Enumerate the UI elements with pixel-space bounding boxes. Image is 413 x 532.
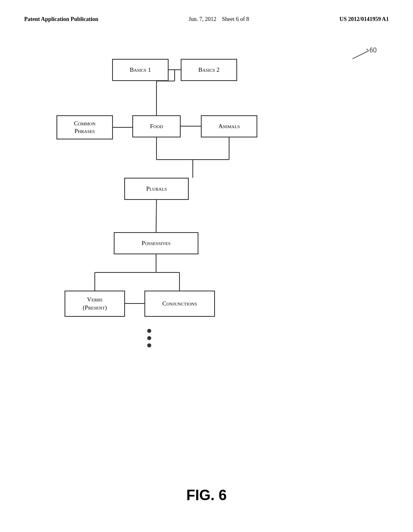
fig-label: FIG. 6 [0, 487, 413, 504]
node-verbs-label: Verbs(Present) [83, 296, 107, 312]
svg-text:600: 600 [369, 47, 377, 54]
dot-3 [147, 343, 151, 347]
header-center: Jun. 7, 2012 Sheet 6 of 8 [189, 16, 249, 23]
node-possessives: Possessives [114, 232, 198, 254]
node-food-label: Food [150, 123, 163, 131]
node-conjunctions-label: Conjunctions [163, 300, 197, 308]
svg-line-17 [353, 51, 369, 59]
node-basics1: Basics 1 [112, 59, 169, 81]
diagram-area: 600 Basics 1 Basics 2 CommonPhrases Food… [24, 35, 389, 397]
header: Patent Application Publication Jun. 7, 2… [24, 16, 389, 23]
node-common-phrases: CommonPhrases [56, 115, 113, 139]
node-animals-label: Animals [218, 123, 240, 131]
svg-line-18 [367, 49, 369, 51]
node-basics1-label: Basics 1 [130, 66, 151, 74]
ref-number: 600 [344, 47, 377, 64]
node-plurals-label: Plurals [146, 185, 167, 193]
node-conjunctions: Conjunctions [144, 291, 215, 317]
ref-arrow-svg: 600 [344, 47, 377, 63]
node-basics2: Basics 2 [181, 59, 237, 81]
dots-area [147, 329, 151, 347]
header-left: Patent Application Publication [24, 16, 98, 23]
node-verbs: Verbs(Present) [65, 291, 125, 317]
header-right: US 2012/0141959 A1 [340, 16, 389, 23]
node-possessives-label: Possessives [142, 239, 171, 247]
node-food: Food [132, 115, 181, 137]
dot-1 [147, 329, 151, 333]
connectors-svg [24, 35, 389, 397]
node-basics2-label: Basics 2 [198, 66, 219, 74]
dot-2 [147, 336, 151, 340]
node-common-phrases-label: CommonPhrases [74, 120, 95, 135]
page: Patent Application Publication Jun. 7, 2… [0, 0, 413, 532]
svg-line-11 [156, 200, 156, 232]
node-animals: Animals [201, 115, 257, 137]
node-plurals: Plurals [124, 178, 189, 200]
